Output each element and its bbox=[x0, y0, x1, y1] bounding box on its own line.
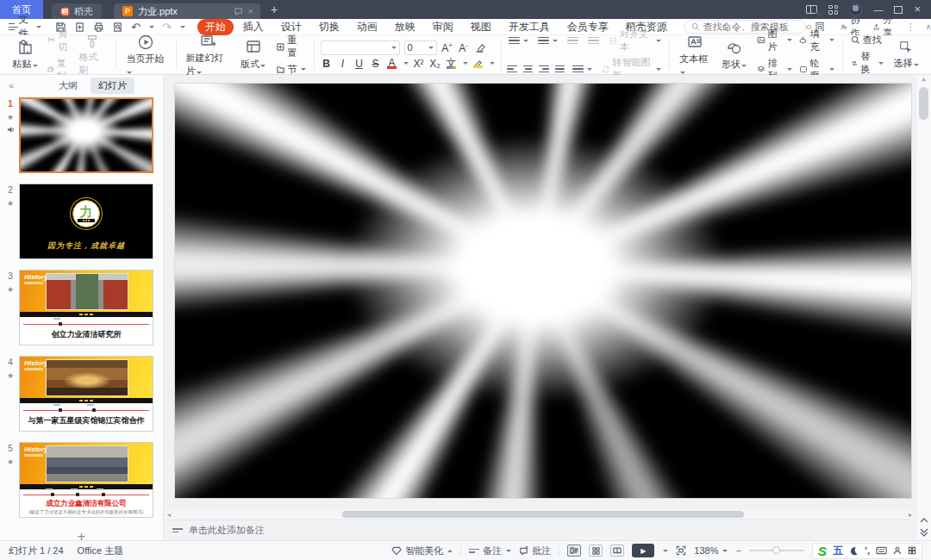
subscript-button[interactable]: X₂ bbox=[429, 58, 441, 70]
picture-button[interactable]: 图片 bbox=[755, 28, 794, 53]
notes-toggle-button[interactable]: 备注 bbox=[469, 544, 511, 557]
redo-icon[interactable]: ↷ bbox=[162, 21, 172, 34]
user-center-icon[interactable] bbox=[893, 546, 902, 555]
menu-item-design[interactable]: 设计 bbox=[273, 19, 309, 35]
clear-format-icon[interactable] bbox=[474, 42, 485, 53]
vertical-scroll-thumb[interactable] bbox=[919, 87, 928, 120]
comments-button[interactable]: 批注 bbox=[519, 544, 551, 557]
strikethrough-button[interactable]: S bbox=[370, 58, 382, 70]
export-icon[interactable] bbox=[74, 22, 85, 33]
print-icon[interactable] bbox=[93, 22, 104, 33]
outline-tab[interactable]: 大纲 bbox=[51, 78, 85, 94]
zoom-level[interactable]: 138% bbox=[694, 545, 728, 556]
zoom-out-icon[interactable]: − bbox=[735, 545, 740, 556]
slide-sorter-view-button[interactable] bbox=[589, 544, 603, 557]
scroll-right-icon[interactable]: ▸ bbox=[905, 511, 915, 519]
current-slide[interactable] bbox=[175, 84, 911, 498]
sogou-logo-icon[interactable]: S bbox=[818, 544, 827, 558]
increase-font-icon[interactable]: A+ bbox=[441, 41, 453, 54]
horizontal-scrollbar[interactable]: ◂ ▸ bbox=[164, 509, 915, 520]
slideshow-play-button[interactable]: ▶ bbox=[632, 544, 654, 557]
slide-2-thumbnail[interactable]: 力 因为专注，成就卓越 bbox=[19, 184, 153, 259]
menu-item-slideshow[interactable]: 放映 bbox=[387, 19, 423, 35]
highlighter-button[interactable] bbox=[472, 59, 484, 68]
align-left-icon[interactable] bbox=[507, 65, 516, 73]
slide-5-thumbnail[interactable]: History 成立力业鑫清洁有限公司 (确定了力业坚定不移的走专业化的外包服务… bbox=[19, 442, 153, 518]
close-document-icon[interactable]: × bbox=[248, 6, 253, 16]
align-center-icon[interactable] bbox=[523, 65, 533, 73]
feedback-bubble-icon[interactable] bbox=[234, 7, 243, 16]
scroll-left-icon[interactable]: ◂ bbox=[164, 511, 174, 519]
horizontal-scroll-thumb[interactable] bbox=[342, 511, 744, 518]
replace-button[interactable]: 替换 bbox=[849, 50, 885, 76]
select-button[interactable]: 选择 bbox=[889, 39, 923, 71]
section-button[interactable]: 节 bbox=[274, 63, 308, 76]
font-color-dropdown-icon[interactable] bbox=[403, 62, 409, 65]
editing-canvas[interactable] bbox=[164, 75, 915, 509]
font-family-combo[interactable] bbox=[321, 40, 400, 55]
text-effects-button[interactable]: 文 bbox=[446, 58, 458, 69]
dark-mode-moon-icon[interactable] bbox=[849, 546, 859, 556]
slides-tab[interactable]: 幻灯片 bbox=[91, 78, 134, 94]
text-box-button[interactable]: 文本框 bbox=[676, 33, 713, 77]
collapse-ribbon-icon[interactable]: ∧ bbox=[926, 22, 931, 31]
highlighter-dropdown-icon[interactable] bbox=[490, 62, 495, 65]
superscript-button[interactable]: X² bbox=[413, 58, 425, 70]
theme-name[interactable]: Office 主题 bbox=[78, 544, 124, 557]
decrease-indent-icon[interactable] bbox=[565, 37, 580, 45]
shapes-button[interactable]: 形状 bbox=[717, 38, 752, 72]
play-from-current-button[interactable]: 当页开始 bbox=[122, 33, 169, 77]
docer-tab[interactable]: 稻 稻壳 bbox=[52, 3, 102, 19]
ime-toolbox-icon[interactable] bbox=[908, 546, 916, 555]
line-spacing-button[interactable] bbox=[571, 65, 594, 73]
next-slide-icon[interactable] bbox=[920, 528, 928, 537]
slide-4-thumbnail[interactable]: History 与第一家五星级宾馆锦江宾馆合作 bbox=[19, 356, 153, 432]
underline-button[interactable]: U bbox=[353, 58, 366, 70]
add-slide-button[interactable]: + bbox=[0, 528, 163, 540]
decrease-font-icon[interactable]: A- bbox=[458, 41, 470, 54]
format-painter-button[interactable]: 格式刷 bbox=[75, 33, 109, 78]
collapse-panel-icon[interactable]: « bbox=[0, 80, 22, 90]
align-right-icon[interactable] bbox=[539, 65, 548, 73]
slide-layout-button[interactable]: 版式 bbox=[236, 38, 271, 72]
font-size-combo[interactable]: 0 bbox=[404, 40, 437, 55]
numbered-list-button[interactable] bbox=[536, 37, 559, 45]
document-tab[interactable]: P 力业.pptx × bbox=[114, 3, 260, 19]
keyboard-icon[interactable] bbox=[876, 546, 887, 555]
fill-button[interactable]: 填充 bbox=[797, 28, 836, 53]
align-text-button[interactable]: 对齐文本 bbox=[607, 28, 663, 53]
slideshow-dropdown-icon[interactable] bbox=[663, 550, 668, 552]
font-color-button[interactable]: A bbox=[386, 58, 398, 69]
menu-item-review[interactable]: 审阅 bbox=[425, 19, 461, 35]
find-button[interactable]: 查找 bbox=[849, 34, 885, 47]
wubi-mode-icon[interactable]: 五 bbox=[833, 544, 843, 558]
paste-button[interactable]: 粘贴 bbox=[8, 38, 42, 72]
menu-item-insert[interactable]: 插入 bbox=[235, 19, 272, 35]
reset-button[interactable]: 重置 bbox=[274, 34, 308, 59]
increase-indent-icon[interactable] bbox=[586, 37, 601, 45]
cut-button[interactable]: ✂ 剪切 bbox=[46, 28, 72, 53]
fit-slide-icon[interactable] bbox=[676, 545, 686, 556]
previous-slide-icon[interactable] bbox=[920, 516, 928, 523]
undo-dropdown-icon[interactable] bbox=[149, 26, 154, 28]
text-effects-dropdown-icon[interactable] bbox=[463, 62, 468, 65]
slide-3-thumbnail[interactable]: History 创立力业清洁研究所 bbox=[19, 270, 153, 345]
normal-view-button[interactable] bbox=[567, 544, 581, 557]
toolbar-more-icon[interactable] bbox=[180, 26, 185, 28]
scroll-up-icon[interactable]: ▴ bbox=[916, 75, 931, 83]
undo-icon[interactable]: ↶ bbox=[131, 21, 141, 34]
menu-item-transition[interactable]: 切换 bbox=[311, 19, 347, 35]
justify-icon[interactable] bbox=[555, 65, 565, 73]
zoom-slider-thumb[interactable] bbox=[772, 546, 780, 554]
vertical-scrollbar[interactable]: ▴ bbox=[915, 75, 931, 540]
punctuation-mode-icon[interactable]: ’, bbox=[865, 545, 870, 556]
bold-button[interactable]: B bbox=[321, 58, 333, 70]
bullet-list-button[interactable] bbox=[507, 37, 530, 45]
reading-view-button[interactable] bbox=[610, 544, 624, 557]
italic-button[interactable]: I bbox=[337, 58, 349, 70]
zoom-slider[interactable] bbox=[749, 550, 804, 551]
menu-item-view[interactable]: 视图 bbox=[463, 19, 499, 35]
new-tab-icon[interactable]: + bbox=[271, 3, 278, 16]
smart-beautify-button[interactable]: 智能美化 bbox=[391, 544, 453, 557]
new-slide-button[interactable]: 新建幻灯片 bbox=[183, 32, 233, 78]
